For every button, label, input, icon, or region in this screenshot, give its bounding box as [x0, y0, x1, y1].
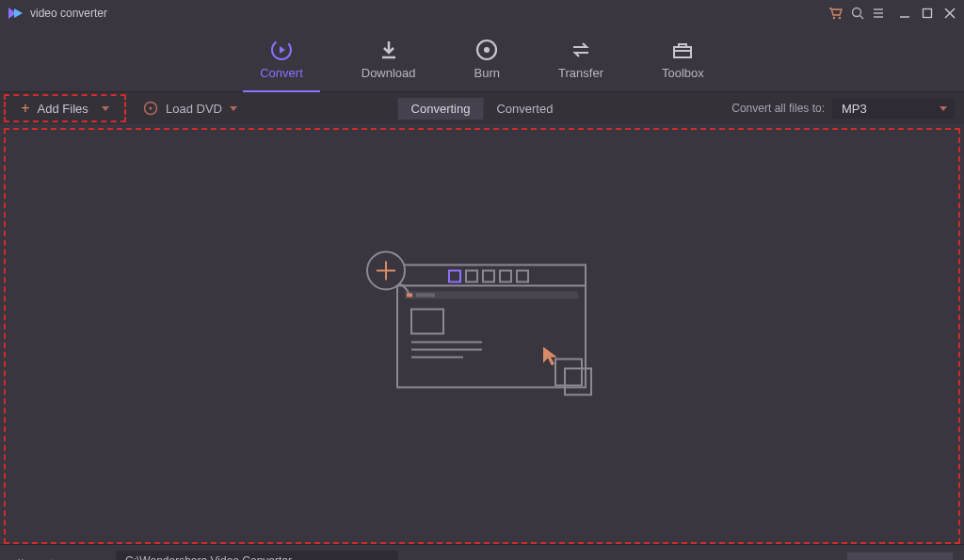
chevron-down-icon — [102, 104, 109, 112]
nav-transfer[interactable]: Transfer — [558, 25, 603, 91]
svg-marker-14 — [280, 46, 285, 54]
app-logo: video converter — [8, 7, 107, 20]
output-path-area: Output C:\Wondershare Video Converter Ul… — [72, 551, 426, 561]
svg-rect-30 — [500, 271, 511, 282]
drop-area[interactable] — [4, 128, 960, 544]
svg-rect-28 — [466, 271, 477, 282]
svg-point-22 — [150, 107, 153, 110]
svg-rect-10 — [924, 9, 932, 18]
empty-state-illustration — [360, 248, 604, 408]
add-files-label: Add Files — [38, 102, 88, 116]
download-icon — [377, 38, 401, 62]
nav-convert[interactable]: Convert — [260, 25, 303, 91]
titlebar: video converter — [0, 0, 964, 26]
search-icon[interactable] — [851, 7, 864, 20]
svg-rect-33 — [407, 294, 412, 297]
toolbar: + Add Files Load DVD Converting Converte… — [0, 92, 964, 124]
bottombar: Output C:\Wondershare Video Converter Ul… — [0, 544, 964, 560]
svg-rect-29 — [483, 271, 494, 282]
disc-icon — [143, 101, 158, 116]
chevron-down-icon — [230, 104, 237, 112]
output-format-area: Convert all files to: MP3 — [731, 99, 955, 119]
output-format-select[interactable]: MP3 — [832, 99, 955, 119]
window-controls — [898, 7, 956, 20]
output-format-value: MP3 — [842, 102, 867, 116]
nav-burn[interactable]: Burn — [474, 25, 500, 91]
svg-point-2 — [833, 17, 835, 19]
burn-icon — [474, 38, 499, 62]
app-title: video converter — [30, 7, 107, 20]
tab-label: Converted — [496, 102, 553, 116]
svg-marker-23 — [230, 106, 237, 111]
svg-point-17 — [484, 47, 490, 53]
play-logo-icon — [8, 7, 24, 20]
tab-label: Converting — [411, 102, 471, 116]
toolbox-icon — [670, 38, 695, 62]
svg-rect-39 — [555, 360, 582, 386]
convert-icon — [269, 38, 294, 62]
cart-icon[interactable] — [828, 7, 844, 20]
svg-line-5 — [860, 16, 864, 20]
svg-rect-40 — [565, 369, 591, 395]
svg-marker-20 — [102, 106, 109, 111]
main-nav: Convert Download Burn Transfer Toolbox — [0, 26, 964, 92]
menu-icon[interactable] — [872, 7, 885, 20]
tab-converted[interactable]: Converted — [483, 98, 566, 120]
load-dvd-button[interactable]: Load DVD — [143, 101, 237, 116]
tab-converting[interactable]: Converting — [398, 98, 484, 120]
titlebar-extra — [828, 7, 885, 20]
nav-label: Convert — [260, 66, 303, 80]
maximize-icon[interactable] — [921, 7, 934, 20]
minimize-icon[interactable] — [898, 7, 911, 20]
nav-label: Download — [362, 66, 416, 80]
chevron-down-icon — [940, 104, 947, 112]
nav-download[interactable]: Download — [362, 25, 416, 91]
nav-label: Toolbox — [662, 66, 704, 80]
svg-rect-34 — [416, 294, 435, 297]
svg-rect-18 — [674, 47, 691, 57]
close-icon[interactable] — [943, 7, 956, 20]
svg-point-4 — [853, 8, 861, 17]
svg-rect-25 — [397, 265, 586, 388]
svg-marker-24 — [940, 106, 947, 111]
svg-rect-31 — [517, 271, 528, 282]
transfer-icon — [569, 38, 593, 62]
status-tabs: Converting Converted — [398, 98, 567, 120]
nav-label: Burn — [474, 66, 500, 80]
convert-all-to-label: Convert all files to: — [731, 102, 825, 115]
add-files-button[interactable]: + Add Files — [4, 94, 126, 122]
output-path-value: C:\Wondershare Video Converter Ultimate\… — [125, 554, 370, 561]
nav-toolbox[interactable]: Toolbox — [662, 25, 704, 91]
svg-marker-1 — [14, 8, 23, 18]
nav-label: Transfer — [558, 66, 603, 80]
load-dvd-label: Load DVD — [166, 102, 222, 116]
svg-rect-27 — [449, 271, 460, 282]
plus-icon: + — [21, 101, 29, 116]
svg-rect-35 — [411, 310, 443, 334]
convert-all-button[interactable]: Convert All — [847, 552, 953, 561]
output-path-select[interactable]: C:\Wondershare Video Converter Ultimate\… — [116, 551, 398, 561]
svg-point-3 — [839, 17, 841, 19]
